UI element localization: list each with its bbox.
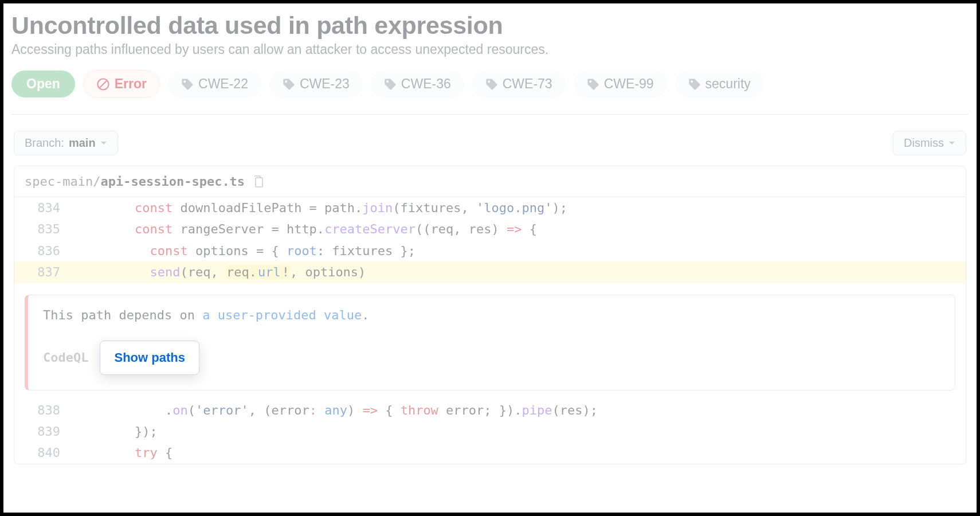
code-line: 835 const rangeServer = http.createServe…: [14, 218, 966, 240]
code-line: 834 const downloadFilePath = path.join(f…: [14, 197, 966, 218]
code-line: 838 .on('error', (error: any) => { throw…: [14, 400, 966, 421]
file-name: api-session-spec.ts: [100, 174, 245, 189]
prohibit-icon: [96, 77, 110, 91]
label-row: Open Error CWE-22 CWE-23 CWE-36: [11, 70, 969, 115]
severity-error-label: Error: [115, 76, 147, 92]
alert-link[interactable]: a user-provided value: [202, 308, 362, 322]
tag-icon: [384, 78, 397, 91]
tag-label: CWE-99: [604, 76, 654, 92]
tag-label: CWE-22: [198, 76, 248, 92]
line-source: .on('error', (error: any) => { throw err…: [74, 400, 598, 421]
code-line: 836 const options = { root: fixtures };: [14, 240, 966, 261]
code-line: 840 try {: [14, 442, 966, 463]
line-source: const downloadFilePath = path.join(fixtu…: [74, 197, 567, 218]
tag-label: CWE-73: [503, 76, 552, 92]
tag-pill[interactable]: CWE-36: [371, 70, 464, 98]
line-number: 834: [14, 197, 74, 218]
line-number: 835: [14, 218, 74, 240]
line-number: 837: [14, 261, 74, 283]
alert-message: This path depends on a user-provided val…: [43, 308, 940, 322]
code-lines: 838 .on('error', (error: any) => { throw…: [14, 400, 966, 464]
code-lines: 834 const downloadFilePath = path.join(f…: [14, 197, 966, 283]
branch-prefix: Branch:: [25, 136, 64, 150]
chevron-down-icon: [100, 141, 107, 146]
line-source: try {: [74, 442, 173, 463]
tag-label: CWE-23: [300, 76, 350, 92]
alert-subtitle: Accessing paths influenced by users can …: [11, 42, 969, 57]
alert-annotation: This path depends on a user-provided val…: [25, 295, 955, 390]
branch-select-button[interactable]: Branch: main: [14, 131, 118, 155]
line-source: send(req, req.url!, options): [74, 261, 366, 283]
status-open-pill: Open: [11, 71, 75, 97]
line-source: const options = { root: fixtures };: [74, 240, 415, 261]
code-snippet-card: spec-main/api-session-spec.ts 834 const …: [14, 166, 966, 464]
alert-msg-pre: This path depends on: [43, 308, 202, 322]
line-number: 838: [14, 400, 74, 421]
tag-pill[interactable]: CWE-73: [472, 70, 566, 98]
tag-icon: [485, 78, 498, 91]
dismiss-button[interactable]: Dismiss: [893, 131, 966, 155]
line-number: 836: [14, 240, 74, 261]
file-dir: spec-main/: [25, 174, 100, 189]
tag-icon: [181, 78, 194, 91]
line-number: 840: [14, 442, 74, 463]
alert-title: Uncontrolled data used in path expressio…: [11, 11, 969, 40]
show-paths-button[interactable]: Show paths: [100, 341, 199, 375]
branch-name: main: [69, 136, 96, 150]
codeql-label: CodeQL: [43, 350, 88, 365]
code-line: 839 });: [14, 421, 966, 442]
file-header: spec-main/api-session-spec.ts: [14, 166, 966, 197]
tag-pill[interactable]: CWE-99: [574, 70, 667, 98]
code-line: 837 send(req, req.url!, options): [14, 261, 966, 283]
tag-icon: [587, 78, 599, 91]
copy-icon[interactable]: [253, 175, 264, 188]
line-source: const rangeServer = http.createServer((r…: [74, 218, 537, 240]
chevron-down-icon: [948, 141, 955, 146]
tag-icon: [688, 78, 701, 91]
tag-pill[interactable]: security: [675, 70, 764, 98]
tag-label: CWE-36: [401, 76, 451, 92]
tag-pill[interactable]: CWE-22: [168, 70, 261, 98]
line-number: 839: [14, 421, 74, 442]
dismiss-label: Dismiss: [904, 136, 944, 150]
severity-error-pill: Error: [83, 70, 160, 98]
tag-icon: [283, 78, 295, 91]
svg-line-1: [100, 81, 107, 88]
tag-pill[interactable]: CWE-23: [269, 70, 363, 98]
alert-msg-post: .: [362, 308, 369, 322]
line-source: });: [74, 421, 158, 442]
tag-label: security: [705, 76, 751, 92]
